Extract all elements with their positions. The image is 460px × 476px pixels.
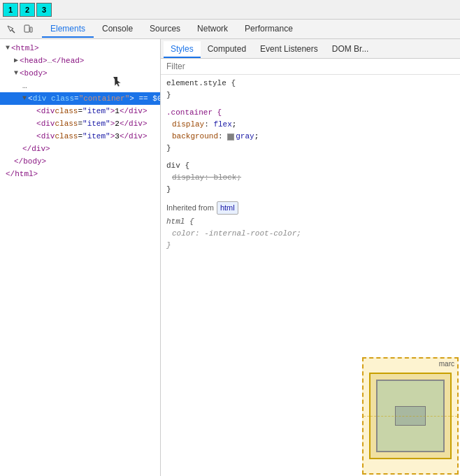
elements-panel: ▼ <html> ▶ <head>…</head> ▼ <body> … ▼ <… — [0, 39, 161, 476]
css-close: } — [166, 184, 454, 196]
tree-line[interactable]: ▶ <head>…</head> — [0, 55, 160, 67]
tree-line[interactable]: … — [0, 80, 160, 92]
css-rule-element-style: element.style { } — [166, 78, 454, 101]
preview-box-2: 2 — [20, 3, 35, 17]
css-rule-html: html { color : -internal-root-color ; } — [166, 216, 454, 252]
tree-line[interactable]: </html> — [0, 168, 160, 180]
css-property-line-strikethrough: display : block ; — [166, 172, 454, 184]
inherited-tag[interactable]: html — [217, 201, 238, 215]
color-swatch[interactable] — [227, 134, 234, 140]
filter-bar — [161, 59, 460, 75]
triangle-icon: ▼ — [22, 92, 27, 105]
tree-line[interactable]: ▶ <div class="item">3</div> — [0, 130, 160, 143]
inherited-label: Inherited from — [166, 202, 214, 214]
tree-line[interactable]: ▼ <html> — [0, 42, 160, 55]
html-tree: ▼ <html> ▶ <head>…</head> ▼ <body> … ▼ <… — [0, 39, 160, 476]
css-property-line: display : flex ; — [166, 119, 454, 131]
tree-line-selected[interactable]: ▼ <div class="container"> == $0 — [0, 92, 160, 105]
triangle-icon: ▶ — [14, 55, 18, 67]
right-panel: Styles Computed Event Listeners DOM Br..… — [161, 39, 460, 476]
device-icon[interactable] — [22, 24, 34, 35]
preview-box-1: 1 — [3, 3, 18, 17]
devtools-main: ▼ <html> ▶ <head>…</head> ▼ <body> … ▼ <… — [0, 39, 460, 476]
tab-performance[interactable]: Performance — [236, 21, 301, 38]
css-property-line: color : -internal-root-color ; — [166, 228, 454, 240]
box-model-line — [364, 416, 457, 417]
tab-network[interactable]: Network — [189, 21, 236, 38]
css-selector: element.style { — [166, 78, 454, 89]
tab-computed[interactable]: Computed — [201, 41, 253, 58]
svg-rect-1 — [24, 25, 29, 32]
box-model-margin-label: marc — [439, 360, 454, 368]
tab-console[interactable]: Console — [94, 21, 141, 38]
css-rule-div: div { display : block ; } — [166, 160, 454, 196]
css-close: } — [166, 143, 454, 154]
tab-event-listeners[interactable]: Event Listeners — [253, 41, 325, 58]
devtools-toolbar: Elements Console Sources Network Perform… — [0, 20, 460, 39]
svg-rect-2 — [30, 27, 32, 32]
box-model-container: marc — [362, 357, 460, 476]
toolbar-icons — [6, 24, 34, 35]
tree-line[interactable]: ▶ <div class="item">1</div> — [0, 105, 160, 117]
preview-box-3: 3 — [36, 3, 52, 17]
svg-line-0 — [12, 29, 15, 33]
filter-input[interactable] — [166, 62, 454, 71]
triangle-icon: ▼ — [6, 42, 10, 55]
tab-dom-breakpoints[interactable]: DOM Br... — [325, 41, 376, 58]
inherited-from: Inherited from html — [166, 201, 454, 215]
css-selector: div { — [166, 160, 454, 172]
tree-line[interactable]: ▶ <div class="item">2</div> — [0, 117, 160, 130]
tab-elements[interactable]: Elements — [42, 21, 94, 38]
tab-sources[interactable]: Sources — [141, 21, 189, 38]
tab-styles[interactable]: Styles — [164, 41, 201, 58]
preview-area: 1 2 3 — [0, 0, 460, 20]
css-close: } — [166, 240, 454, 252]
tree-line[interactable]: </div> — [0, 143, 160, 155]
triangle-icon: ▼ — [14, 67, 18, 80]
devtools-tabs: Elements Console Sources Network Perform… — [42, 21, 301, 38]
inspect-icon[interactable] — [6, 24, 17, 35]
css-property-line: background : gray ; — [166, 131, 454, 143]
css-selector: html { — [166, 216, 454, 228]
box-model: marc — [362, 357, 459, 475]
styles-tabs: Styles Computed Event Listeners DOM Br..… — [161, 39, 460, 59]
css-close: } — [166, 89, 454, 101]
tree-line[interactable]: </body> — [0, 155, 160, 168]
css-rule-container: .container { display : flex ; background… — [166, 107, 454, 154]
tree-line[interactable]: ▼ <body> — [0, 67, 160, 80]
css-selector: .container { — [166, 107, 454, 119]
